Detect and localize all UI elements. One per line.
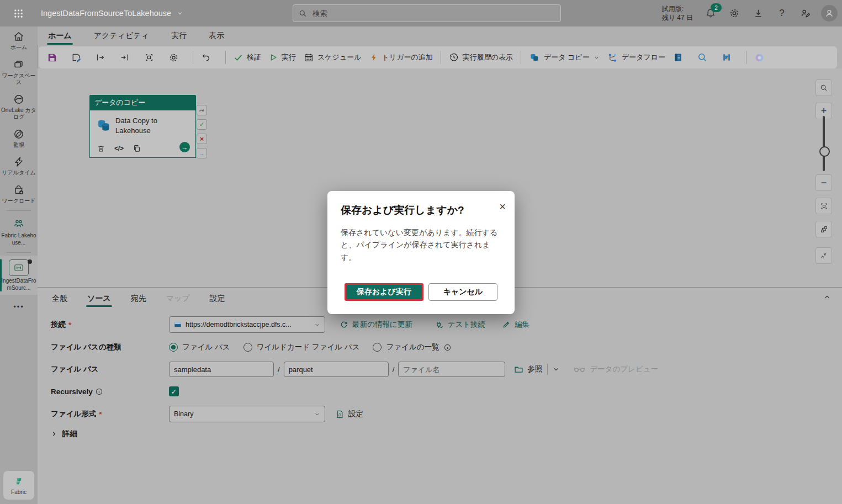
- settings-button[interactable]: [726, 5, 743, 22]
- app-launcher-waffle-icon[interactable]: [8, 3, 29, 24]
- fabric-home-button[interactable]: Fabric: [3, 471, 34, 500]
- tab-settings[interactable]: 設定: [209, 290, 226, 309]
- schedule-button[interactable]: スケジュール: [301, 49, 364, 66]
- bar-arrow-right-icon: [96, 52, 105, 62]
- feedback-button[interactable]: [797, 5, 814, 22]
- fit-to-screen-button[interactable]: [815, 198, 832, 214]
- data-copy-button[interactable]: データ コピー: [526, 49, 602, 66]
- pipeline-title-menu[interactable]: IngestDataFromSourceToLakehouse: [41, 9, 183, 18]
- pipeline-icon: [9, 259, 29, 276]
- collapse-panel-button[interactable]: [823, 293, 831, 301]
- save-as-button[interactable]: [68, 49, 91, 66]
- browse-files-button[interactable]: 参照: [514, 364, 542, 374]
- duplicate-activity-icon[interactable]: [133, 144, 141, 153]
- auto-layout-button[interactable]: [815, 221, 832, 237]
- collapse-canvas-button[interactable]: [815, 247, 832, 264]
- canvas-zoom-controls: + −: [816, 79, 832, 270]
- sidebar-item-onelake-catalog[interactable]: OneLake カタログ: [0, 89, 39, 124]
- downloads-button[interactable]: [750, 5, 766, 22]
- file-path-row: ファイル パス / / 参照: [51, 362, 842, 377]
- tab-activities[interactable]: アクティビティ: [93, 28, 150, 44]
- on-completion-connector[interactable]: →: [197, 148, 207, 158]
- browse-options-chevron-icon[interactable]: [553, 366, 559, 373]
- gear-icon: [729, 8, 740, 19]
- account-avatar[interactable]: [821, 5, 838, 22]
- test-connection-button[interactable]: テスト接続: [435, 320, 485, 330]
- recursively-checkbox[interactable]: ✓: [169, 386, 179, 396]
- browse-button[interactable]: [695, 49, 717, 66]
- format-settings-button[interactable]: 設定: [335, 409, 363, 419]
- autoalign-canvas-button[interactable]: [141, 49, 163, 66]
- sidebar-item-fabric-lakehouse[interactable]: Fabric Lakehouse...: [0, 214, 39, 250]
- global-search[interactable]: [293, 4, 561, 22]
- radio-wildcard-path[interactable]: ワイルドカード ファイル パス: [243, 342, 360, 352]
- sidebar-more-button[interactable]: •••: [13, 295, 24, 319]
- on-success-connector[interactable]: ✓: [197, 119, 207, 130]
- close-icon[interactable]: ×: [499, 201, 506, 212]
- zoom-out-button[interactable]: −: [815, 174, 832, 191]
- sidebar-item-workspaces[interactable]: ワークスペース: [0, 55, 39, 89]
- sidebar-item-home[interactable]: ホーム: [0, 26, 39, 55]
- spark-job-button[interactable]: [719, 49, 741, 66]
- connection-dropdown[interactable]: https://demodtbrickstaccjpe.dfs.c...: [169, 316, 325, 333]
- collapse-input-button[interactable]: [93, 49, 115, 66]
- tab-home[interactable]: ホーム: [47, 28, 73, 44]
- directory-input[interactable]: [284, 362, 389, 377]
- radio-icon: [373, 343, 382, 352]
- save-and-run-button[interactable]: 保存および実行: [345, 283, 423, 301]
- radio-file-list[interactable]: ファイルの一覧: [373, 342, 451, 352]
- undo-button[interactable]: [198, 49, 220, 66]
- copilot-button[interactable]: [751, 49, 774, 66]
- pipeline-settings-button[interactable]: [166, 49, 188, 66]
- radio-icon: [243, 343, 252, 352]
- tab-run[interactable]: 実行: [170, 28, 188, 44]
- sidebar-item-realtime[interactable]: リアルタイム: [0, 152, 39, 180]
- help-button[interactable]: ?: [774, 5, 790, 22]
- activity-card-data-copy[interactable]: データのコピー Data Copy to Lakehouse </> →: [89, 95, 196, 158]
- path-separator: /: [278, 365, 280, 374]
- edit-connection-button[interactable]: 編集: [502, 320, 529, 330]
- tab-source[interactable]: ソース: [86, 290, 112, 309]
- sidebar-item-workloads[interactable]: ワークロード: [0, 180, 39, 208]
- sidebar-item-current-pipeline[interactable]: IngestDataFromSourc...: [0, 256, 39, 295]
- run-button[interactable]: 実行: [266, 49, 299, 66]
- notebook-icon: [673, 52, 683, 62]
- topbar-right-cluster: 試用版: 残り 47 日 2 ?: [662, 0, 838, 26]
- tab-destination[interactable]: 宛先: [130, 290, 147, 309]
- zoom-search-button[interactable]: [815, 79, 832, 96]
- file-path-type-label: ファイル パスの種類: [51, 342, 169, 352]
- tab-general[interactable]: 全般: [51, 290, 68, 309]
- validate-button[interactable]: 検証: [231, 49, 264, 66]
- notebook-button[interactable]: [670, 49, 692, 66]
- collapse-output-button[interactable]: [117, 49, 139, 66]
- save-edit-icon: [71, 52, 82, 63]
- on-fail-connector[interactable]: ×: [197, 134, 207, 144]
- view-code-icon[interactable]: </>: [114, 145, 124, 152]
- zoom-slider-knob[interactable]: [819, 146, 830, 157]
- notifications-button[interactable]: 2: [702, 5, 719, 22]
- container-input[interactable]: [169, 362, 274, 377]
- toolbar-separator: [193, 51, 193, 64]
- copilot-icon: [754, 52, 765, 63]
- dataflow-button[interactable]: データフロー: [605, 49, 668, 66]
- view-run-history-button[interactable]: 実行履歴の表示: [446, 49, 516, 66]
- save-button[interactable]: [44, 49, 66, 66]
- add-trigger-button[interactable]: トリガーの追加: [367, 49, 436, 66]
- notification-badge: 2: [711, 3, 722, 12]
- cancel-button[interactable]: キャンセル: [428, 283, 498, 301]
- radio-file-path[interactable]: ファイル パス: [169, 342, 230, 352]
- file-format-dropdown[interactable]: Binary: [169, 406, 325, 422]
- filename-input[interactable]: [398, 362, 505, 377]
- zoom-slider[interactable]: [816, 116, 832, 171]
- advanced-section-toggle[interactable]: 詳細: [51, 429, 842, 439]
- tab-view[interactable]: 表示: [208, 28, 225, 44]
- on-skip-connector[interactable]: [197, 105, 207, 115]
- sidebar-item-monitor[interactable]: 監視: [0, 124, 39, 152]
- add-next-activity-button[interactable]: →: [179, 142, 190, 152]
- refresh-connection-button[interactable]: 最新の情報に更新: [340, 320, 412, 330]
- file-format-label: ファイル形式*: [51, 409, 169, 419]
- delete-activity-icon[interactable]: [97, 144, 105, 153]
- arrow-right-bar-icon: [120, 52, 130, 62]
- search-input[interactable]: [311, 9, 555, 18]
- file-path-label: ファイル パス: [51, 364, 169, 374]
